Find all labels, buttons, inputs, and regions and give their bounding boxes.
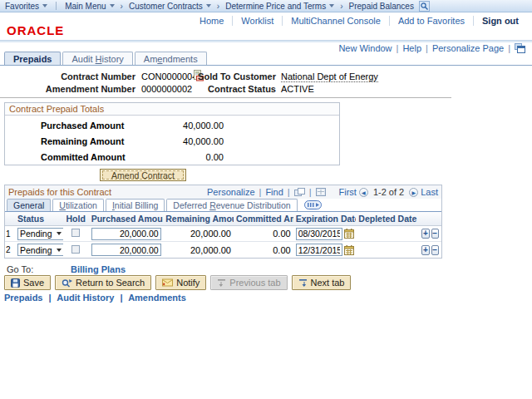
header-divider bbox=[0, 40, 532, 42]
delete-row-button[interactable]: − bbox=[431, 229, 439, 239]
toolbar: Save Return to Search Notify Previous ta… bbox=[4, 275, 351, 290]
page-back-icon[interactable]: ◀ bbox=[359, 188, 368, 197]
pagebar-separator bbox=[426, 43, 428, 53]
new-window-icon[interactable] bbox=[515, 43, 525, 53]
view-all-icon[interactable] bbox=[294, 188, 305, 196]
page-forward-icon[interactable]: ▶ bbox=[409, 188, 418, 197]
worklist-link[interactable]: Worklist bbox=[232, 16, 282, 26]
main-menu-label: Main Menu bbox=[65, 2, 106, 11]
grid-header-bar: Prepaids for this Contract Personalize F… bbox=[5, 185, 441, 199]
grid-tab-deferred-revenue[interactable]: Deferred Revenue Distribution bbox=[166, 199, 297, 211]
remaining-amount-value: 20,000.00 bbox=[163, 245, 234, 255]
amend-contract-label: Amend Contract bbox=[102, 170, 184, 180]
tab-audit-history[interactable]: Audit History bbox=[62, 52, 132, 66]
find-link[interactable]: Find bbox=[265, 187, 283, 197]
tools-separator bbox=[288, 187, 290, 197]
chevron-down-icon bbox=[110, 4, 115, 7]
contract-status-label: Contract Status bbox=[198, 84, 276, 94]
amendment-number-value: 0000000002 bbox=[141, 84, 192, 94]
row-actions: + − bbox=[417, 245, 441, 255]
breadcrumb: Favorites Main Menu Customer Contracts D… bbox=[0, 0, 532, 12]
breadcrumb-customer-contracts[interactable]: Customer Contracts bbox=[129, 2, 211, 11]
add-to-favorites-link[interactable]: Add to Favorites bbox=[389, 16, 473, 26]
contract-status-value: ACTIVE bbox=[281, 84, 314, 94]
add-row-button[interactable]: + bbox=[421, 229, 429, 239]
committed-amount-label: Committed Amount bbox=[41, 152, 174, 162]
contract-prepaid-totals-box: Contract Prepaid Totals Purchased Amount… bbox=[4, 102, 340, 165]
last-link[interactable]: Last bbox=[421, 187, 438, 197]
status-select[interactable]: Pending bbox=[17, 228, 63, 240]
return-to-search-label: Return to Search bbox=[76, 278, 145, 288]
expiration-cell bbox=[293, 244, 357, 256]
row-range: 1-2 of 2 bbox=[373, 187, 404, 197]
return-to-search-button[interactable]: Return to Search bbox=[55, 275, 151, 290]
breadcrumb-determine-price[interactable]: Determine Price and Terms bbox=[225, 2, 334, 11]
add-row-button[interactable]: + bbox=[421, 245, 429, 255]
footer-links: Prepaids Audit History Amendments bbox=[4, 293, 186, 303]
tab-amendments[interactable]: Amendments bbox=[135, 52, 207, 66]
remaining-column-header: Remaining Amount bbox=[163, 214, 234, 224]
committed-amount-value: 0.00 bbox=[174, 152, 224, 162]
totals-row: Purchased Amount 40,000.00 bbox=[41, 120, 339, 131]
personalize-page-link[interactable]: Personalize Page bbox=[432, 43, 504, 53]
purchased-amount-input[interactable] bbox=[91, 244, 161, 256]
show-all-columns-icon[interactable] bbox=[304, 200, 322, 209]
home-link[interactable]: Home bbox=[191, 16, 232, 26]
first-link[interactable]: First bbox=[339, 187, 357, 197]
calendar-icon[interactable] bbox=[344, 229, 354, 239]
remaining-amount-value: 40,000.00 bbox=[174, 136, 224, 146]
breadcrumb-divider bbox=[56, 2, 57, 10]
pagebar-separator bbox=[508, 43, 510, 53]
sign-out-link[interactable]: Sign out bbox=[473, 16, 527, 26]
new-window-link[interactable]: New Window bbox=[338, 43, 392, 53]
personalize-link[interactable]: Personalize bbox=[207, 187, 254, 197]
hold-checkbox[interactable] bbox=[71, 245, 80, 254]
next-tab-button[interactable]: Next tab bbox=[292, 275, 352, 290]
breadcrumb-search-icon[interactable] bbox=[419, 1, 430, 12]
previous-tab-icon bbox=[217, 278, 226, 288]
section-divider bbox=[0, 97, 451, 98]
remaining-amount-value: 20,000.00 bbox=[163, 229, 234, 239]
footer-prepaids-link[interactable]: Prepaids bbox=[4, 293, 42, 303]
purchased-cell bbox=[89, 244, 164, 256]
footer-amendments-link[interactable]: Amendments bbox=[128, 293, 186, 303]
grid-tab-initial-billing[interactable]: Initial Billing bbox=[106, 199, 165, 211]
grid-column-headers: Status Hold Purchased Amount Remaining A… bbox=[5, 212, 441, 226]
return-to-search-icon bbox=[62, 278, 72, 288]
save-button[interactable]: Save bbox=[4, 275, 51, 290]
download-icon[interactable] bbox=[316, 188, 326, 196]
help-link[interactable]: Help bbox=[402, 43, 421, 53]
purchased-column-header: Purchased Amount bbox=[89, 214, 164, 224]
tabs-underline bbox=[0, 65, 532, 66]
status-select[interactable]: Pending bbox=[17, 244, 63, 256]
notify-button[interactable]: Notify bbox=[155, 275, 206, 290]
header-links: Home Worklist MultiChannel Console Add t… bbox=[191, 16, 527, 26]
grid-tab-general[interactable]: General bbox=[7, 199, 51, 211]
favorites-menu[interactable]: Favorites bbox=[5, 2, 47, 11]
footer-separator bbox=[120, 293, 122, 303]
dropdown-arrow-icon bbox=[56, 249, 63, 252]
multichannel-console-link[interactable]: MultiChannel Console bbox=[282, 16, 389, 26]
main-menu[interactable]: Main Menu bbox=[65, 2, 114, 11]
sold-to-customer-value[interactable]: National Dept of Energy bbox=[281, 71, 378, 82]
totals-row: Remaining Amount 40,000.00 bbox=[41, 135, 339, 147]
table-row: 2 Pending 20,000.00 0.00 bbox=[5, 242, 441, 258]
hold-checkbox[interactable] bbox=[71, 229, 80, 237]
amend-contract-button[interactable]: Amend Contract bbox=[100, 169, 186, 181]
breadcrumb-separator bbox=[217, 2, 219, 11]
pagebar-separator bbox=[397, 43, 399, 53]
page-action-bar: New Window Help Personalize Page bbox=[338, 43, 525, 53]
calendar-icon[interactable] bbox=[344, 245, 354, 255]
expiration-date-input[interactable] bbox=[296, 244, 342, 256]
expiration-date-input[interactable] bbox=[296, 228, 342, 240]
purchased-amount-value: 40,000.00 bbox=[174, 121, 224, 131]
group-box-title: Contract Prepaid Totals bbox=[5, 103, 339, 116]
billing-plans-link[interactable]: Billing Plans bbox=[71, 264, 126, 274]
purchased-amount-input[interactable] bbox=[91, 228, 161, 240]
delete-row-button[interactable]: − bbox=[431, 245, 439, 255]
committed-column-header: Committed Amount bbox=[234, 214, 293, 224]
purchased-cell bbox=[89, 228, 164, 240]
footer-audit-history-link[interactable]: Audit History bbox=[57, 293, 114, 303]
tab-prepaids[interactable]: Prepaids bbox=[4, 52, 61, 66]
grid-tab-utilization[interactable]: Utilization bbox=[52, 199, 104, 211]
